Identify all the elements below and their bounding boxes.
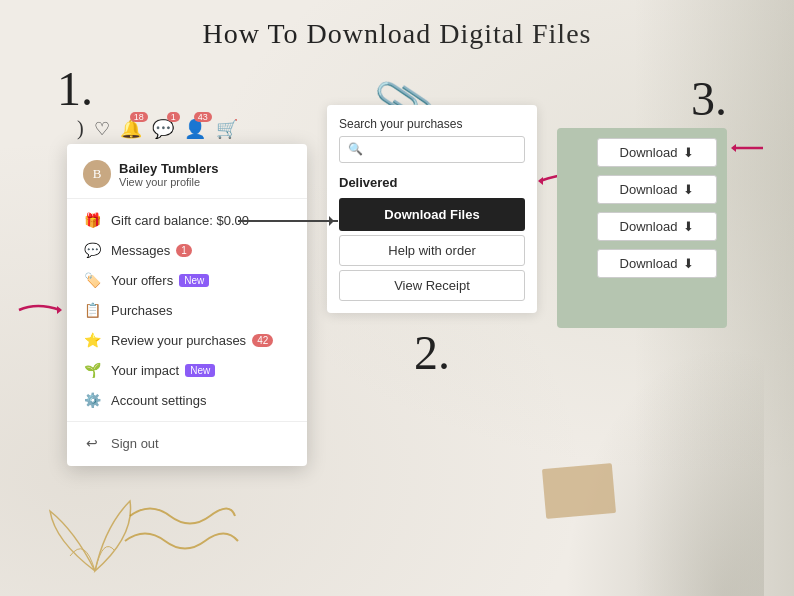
- download-files-button[interactable]: Download Files: [339, 198, 525, 231]
- menu-item-offers[interactable]: 🏷️ Your offers New: [67, 265, 307, 295]
- view-profile-link[interactable]: View your profile: [119, 176, 218, 188]
- menu-item-reviews[interactable]: ⭐ Review your purchases 42: [67, 325, 307, 355]
- download-icon-4: ⬇: [683, 256, 694, 271]
- delivered-label: Delivered: [339, 175, 525, 190]
- download-button-1[interactable]: Download ⬇: [597, 138, 717, 167]
- tan-decorative-shape: [542, 463, 616, 519]
- messages-badge: 1: [167, 112, 180, 122]
- giftcard-icon: 🎁: [83, 211, 101, 229]
- nav-chevron: ): [77, 117, 84, 140]
- username: Bailey Tumblers: [119, 161, 218, 176]
- search-box[interactable]: 🔍: [339, 136, 525, 163]
- nav-profile-icon[interactable]: 👤 43: [184, 118, 206, 140]
- step3-area: 3. Download ⬇ Download ⬇ Download ⬇ Down…: [557, 75, 727, 328]
- download-icon-1: ⬇: [683, 145, 694, 160]
- impact-icon: 🌱: [83, 361, 101, 379]
- step1-label: 1.: [57, 65, 93, 113]
- profile-badge: 43: [194, 112, 212, 122]
- purchases-icon: 📋: [83, 301, 101, 319]
- download-button-4[interactable]: Download ⬇: [597, 249, 717, 278]
- reviews-count-badge: 42: [252, 334, 273, 347]
- nav-cart-icon[interactable]: 🛒: [216, 118, 238, 140]
- dropdown-menu: B Bailey Tumblers View your profile 🎁 Gi…: [67, 144, 307, 466]
- download-icon-3: ⬇: [683, 219, 694, 234]
- download-button-3[interactable]: Download ⬇: [597, 212, 717, 241]
- purchases-panel: Search your purchases 🔍 Delivered Downlo…: [327, 105, 537, 313]
- messages-count-badge: 1: [176, 244, 192, 257]
- menu-item-purchases[interactable]: 📋 Purchases: [67, 295, 307, 325]
- svg-marker-0: [57, 306, 62, 314]
- reviews-icon: ⭐: [83, 331, 101, 349]
- step3-label: 3.: [691, 75, 727, 123]
- view-receipt-button[interactable]: View Receipt: [339, 270, 525, 301]
- search-icon: 🔍: [348, 142, 363, 157]
- download-btn-arrow: [725, 138, 765, 158]
- messages-icon: 💬: [83, 241, 101, 259]
- notifications-badge: 18: [130, 112, 148, 122]
- purchases-arrow: [17, 300, 62, 320]
- user-header: B Bailey Tumblers View your profile: [67, 156, 307, 199]
- menu-item-settings[interactable]: ⚙️ Account settings: [67, 385, 307, 415]
- search-label: Search your purchases: [339, 117, 525, 131]
- nav-wishlist-icon[interactable]: ♡: [94, 118, 110, 140]
- menu-divider: [67, 421, 307, 422]
- user-info: Bailey Tumblers View your profile: [119, 161, 218, 188]
- help-order-button[interactable]: Help with order: [339, 235, 525, 266]
- connect-arrow: [238, 220, 338, 222]
- download-icon-2: ⬇: [683, 182, 694, 197]
- step1-area: 1. ) ♡ 🔔 18 💬 1 👤 43 🛒 B Ba: [67, 65, 307, 466]
- offers-new-badge: New: [179, 274, 209, 287]
- curvy-decoration: [120, 496, 240, 566]
- main-content: 1. ) ♡ 🔔 18 💬 1 👤 43 🛒 B Ba: [0, 65, 794, 466]
- menu-item-impact[interactable]: 🌱 Your impact New: [67, 355, 307, 385]
- svg-marker-2: [731, 144, 736, 152]
- avatar: B: [83, 160, 111, 188]
- nav-notifications-icon[interactable]: 🔔 18: [120, 118, 142, 140]
- download-button-2[interactable]: Download ⬇: [597, 175, 717, 204]
- green-card: Download ⬇ Download ⬇ Download ⬇ Downloa…: [557, 128, 727, 328]
- step2-label: 2.: [414, 325, 450, 380]
- etsy-nav-row: ) ♡ 🔔 18 💬 1 👤 43 🛒: [67, 117, 238, 140]
- menu-item-messages[interactable]: 💬 Messages 1: [67, 235, 307, 265]
- offers-icon: 🏷️: [83, 271, 101, 289]
- menu-item-signout[interactable]: ↩ Sign out: [67, 428, 307, 458]
- page-title: How To Download Digital Files: [0, 0, 794, 60]
- step2-area: 📎 Search your purchases 🔍 Delivered Down…: [327, 105, 537, 380]
- svg-marker-1: [538, 177, 543, 185]
- settings-icon: ⚙️: [83, 391, 101, 409]
- nav-messages-icon[interactable]: 💬 1: [152, 118, 174, 140]
- impact-new-badge: New: [185, 364, 215, 377]
- signout-icon: ↩: [83, 434, 101, 452]
